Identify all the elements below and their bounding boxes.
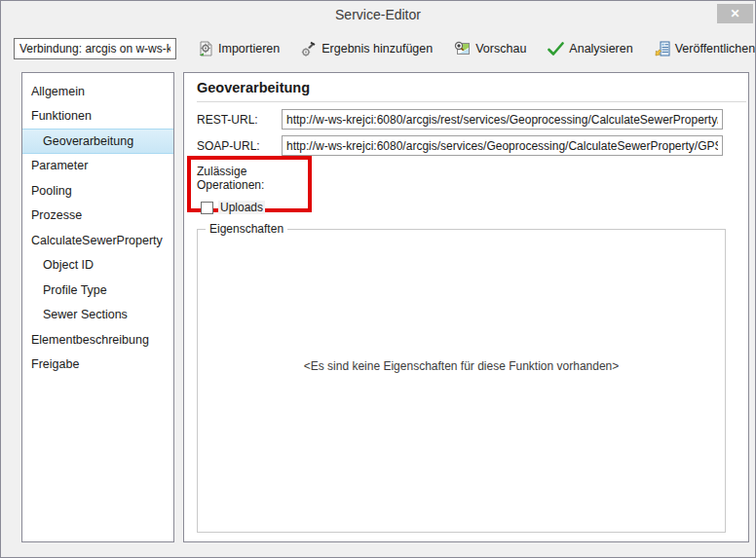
green-check-icon xyxy=(548,42,564,56)
properties-groupbox: Eigenschaften <Es sind keine Eigenschaft… xyxy=(197,229,726,533)
uploads-checkbox[interactable] xyxy=(201,202,213,214)
close-button[interactable]: ✕ xyxy=(717,4,753,23)
settings-nav-sidebar: AllgemeinFunktionenGeoverarbeitungParame… xyxy=(21,72,174,542)
sidebar-item-prozesse[interactable]: Prozesse xyxy=(22,204,173,229)
sidebar-item-sewer-sections[interactable]: Sewer Sections xyxy=(22,303,173,328)
properties-groupbox-label: Eigenschaften xyxy=(206,222,287,236)
sidebar-item-parameter[interactable]: Parameter xyxy=(22,154,173,179)
properties-empty-message: <Es sind keine Eigenschaften für diese F… xyxy=(198,359,725,373)
add-result-button-label: Ergebnis hinzufügen xyxy=(321,42,433,56)
connection-input[interactable] xyxy=(14,38,176,59)
uploads-checkbox-label: Uploads xyxy=(218,201,265,214)
publish-button-label: Veröffentlichen xyxy=(675,42,755,56)
import-button[interactable]: Importieren xyxy=(198,41,280,56)
rest-url-field[interactable] xyxy=(282,109,723,130)
tool-hammer-icon xyxy=(301,41,317,56)
publish-button[interactable]: Veröffentlichen xyxy=(655,41,755,56)
page-title: Geoverarbeitung xyxy=(197,80,746,102)
sidebar-item-funktionen[interactable]: Funktionen xyxy=(22,104,173,130)
preview-button[interactable]: Vorschau xyxy=(454,41,526,56)
publish-icon xyxy=(655,41,670,56)
main-panel: Geoverarbeitung REST-URL: SOAP-URL: Zulä… xyxy=(183,72,749,542)
preview-button-label: Vorschau xyxy=(475,42,526,56)
sidebar-item-calculatesewerproperty[interactable]: CalculateSewerProperty xyxy=(22,228,173,253)
preview-map-icon xyxy=(454,41,471,56)
analyze-button[interactable]: Analysieren xyxy=(548,42,632,56)
sidebar-item-freigabe[interactable]: Freigabe xyxy=(22,353,173,378)
highlight-rectangle: Zulässige Operationen: Uploads xyxy=(187,156,312,212)
sidebar-item-allgemein[interactable]: Allgemein xyxy=(22,79,173,104)
sidebar-item-object-id[interactable]: Object ID xyxy=(22,253,173,279)
uploads-checkbox-row[interactable]: Uploads xyxy=(201,201,308,214)
sidebar-item-pooling[interactable]: Pooling xyxy=(22,178,173,204)
soap-url-field[interactable] xyxy=(282,135,723,156)
soap-url-label: SOAP-URL: xyxy=(197,139,260,153)
import-document-icon xyxy=(198,41,213,56)
rest-url-label: REST-URL: xyxy=(197,113,258,127)
service-editor-dialog: Service-Editor ✕ Importieren xyxy=(0,0,756,558)
import-button-label: Importieren xyxy=(218,42,280,56)
allowed-operations-label: Zulässige Operationen: xyxy=(197,165,308,192)
toolbar: Importieren Ergebnis hinzufügen xyxy=(1,28,755,69)
analyze-button-label: Analysieren xyxy=(569,42,632,56)
window-title: Service-Editor xyxy=(1,7,755,22)
sidebar-item-profile-type[interactable]: Profile Type xyxy=(22,278,173,303)
add-result-button[interactable]: Ergebnis hinzufügen xyxy=(301,41,433,56)
sidebar-item-elementbeschreibung[interactable]: Elementbeschreibung xyxy=(22,327,173,353)
titlebar[interactable]: Service-Editor ✕ xyxy=(1,1,755,28)
sidebar-item-geoverarbeitung[interactable]: Geoverarbeitung xyxy=(22,129,173,154)
